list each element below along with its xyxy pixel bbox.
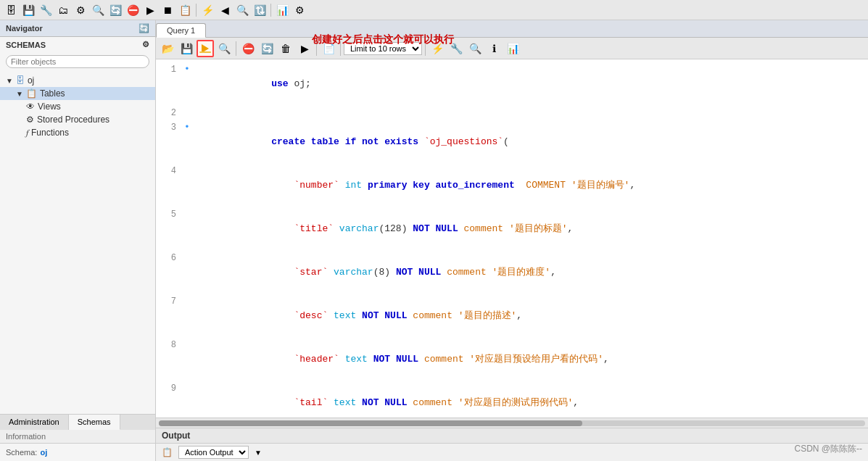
sidebar-tab-bar: Administration Schemas — [0, 415, 155, 430]
schemas-settings-icon[interactable]: ⚙ — [142, 40, 149, 49]
execute-current-icon[interactable]: ▶ — [296, 40, 313, 57]
line-content-7: `desc` text NOT NULL comment '题目的描述', — [192, 294, 868, 338]
tab-administration[interactable]: Administration — [0, 415, 69, 430]
top-icon-4[interactable]: 🗂 — [55, 2, 71, 18]
top-icon-15[interactable]: 🔃 — [252, 2, 268, 18]
schema-val: oj — [40, 448, 47, 457]
output-icon: 📋 — [162, 447, 173, 457]
scroll-track[interactable] — [159, 420, 865, 426]
tree-label-oj: oj — [28, 75, 34, 86]
query-tab-bar: Query 1 — [156, 20, 868, 38]
top-icon-16[interactable]: 📊 — [274, 2, 290, 18]
snippet-icon[interactable]: 📄 — [320, 40, 337, 57]
toolbar-separator — [196, 4, 197, 17]
line-content-4: `number` int primary key auto_increment … — [192, 164, 868, 207]
top-icon-14[interactable]: 🔍 — [234, 2, 250, 18]
line-content-8: `header` text NOT NULL comment '对应题目预设给用… — [192, 338, 868, 381]
tree-item-procedures[interactable]: ⚙ Stored Procedures — [0, 113, 155, 126]
tree-label-views: Views — [38, 101, 61, 112]
code-line-8: 8 `header` text NOT NULL comment '对应题目预设… — [156, 338, 868, 381]
limit-select[interactable]: Limit to 10 rows — [344, 42, 422, 55]
toolbar-sep-2 — [316, 41, 317, 56]
code-line-2: 2 — [156, 106, 868, 120]
top-icon-17[interactable]: ⚙ — [292, 2, 307, 18]
tree-item-oj[interactable]: ▼ 🗄 oj — [0, 74, 155, 87]
save-icon[interactable]: 💾 — [178, 40, 195, 57]
tree-label-procedures: Stored Procedures — [37, 115, 109, 125]
top-icon-8[interactable]: ⛔ — [125, 2, 141, 18]
schemas-label: SCHEMAS ⚙ — [0, 37, 155, 52]
line-num-8: 8 — [156, 338, 182, 352]
line-content-6: `star` varchar(8) NOT NULL comment '题目的难… — [192, 251, 868, 294]
clear-icon[interactable]: 🗑 — [277, 40, 294, 57]
line-num-5: 5 — [156, 207, 182, 222]
code-line-5: 5 `title` varchar(128) NOT NULL comment … — [156, 207, 868, 251]
top-toolbar: 🗄 💾 🔧 🗂 ⚙ 🔍 🔄 ⛔ ▶ ⏹ 📋 ⚡ ◀ 🔍 🔃 📊 ⚙ — [0, 0, 868, 20]
top-icon-5[interactable]: ⚙ — [73, 2, 88, 18]
top-icon-3[interactable]: 🔧 — [38, 2, 54, 18]
view-icon: 👁 — [26, 101, 35, 112]
tab-schemas[interactable]: Schemas — [69, 415, 120, 430]
top-icon-6[interactable]: 🔍 — [90, 2, 106, 18]
navigator-header: Navigator 🔄 — [0, 20, 155, 37]
query-tab-1[interactable]: Query 1 — [156, 23, 206, 38]
function-icon: 𝑓 — [26, 128, 28, 138]
output-toolbar: 📋 Action Output ▼ — [156, 444, 868, 461]
schema-key: Schema: — [6, 448, 37, 457]
top-icon-10[interactable]: ⏹ — [160, 2, 175, 18]
code-line-9: 9 `tail` text NOT NULL comment '对应题目的测试用… — [156, 381, 868, 418]
info-panel: Schema: oj — [0, 444, 155, 461]
svg-rect-1 — [199, 51, 211, 53]
action3-icon[interactable]: 🔍 — [466, 40, 484, 57]
navigator-refresh-icon[interactable]: 🔄 — [139, 23, 149, 33]
top-icon-7[interactable]: 🔄 — [107, 2, 123, 18]
table-icon: 📋 — [26, 88, 37, 99]
reconnect-icon[interactable]: 🔄 — [258, 40, 276, 57]
filter-box — [0, 52, 155, 71]
code-lines: 1 • use oj; 2 3 • — [156, 59, 868, 418]
tree-label-functions: Functions — [31, 128, 69, 138]
navigator-title: Navigator — [6, 24, 43, 33]
output-panel: Output 📋 Action Output ▼ — [156, 428, 868, 461]
execute-icon[interactable] — [197, 40, 214, 57]
line-content-1: use oj; — [192, 62, 868, 106]
output-header: Output — [156, 428, 868, 444]
tree-arrow-oj: ▼ — [6, 77, 13, 85]
top-icon-2[interactable]: 💾 — [20, 2, 36, 18]
top-icon-13[interactable]: ◀ — [217, 2, 233, 18]
filter-input[interactable] — [6, 55, 149, 68]
top-icon-11[interactable]: 📋 — [177, 2, 193, 18]
action-output-select[interactable]: Action Output — [178, 446, 249, 459]
toolbar-sep-4 — [425, 41, 426, 56]
open-file-icon[interactable]: 📂 — [159, 40, 176, 57]
sidebar-bottom: Administration Schemas Information Schem… — [0, 414, 155, 461]
scroll-thumb[interactable] — [159, 420, 582, 426]
content-area: 创建好之后点击这个就可以执行 Query 1 📂 💾 🔍 ⛔ 🔄 — [156, 20, 868, 461]
line-num-1: 1 — [156, 62, 182, 77]
code-editor[interactable]: 1 • use oj; 2 3 • — [156, 59, 868, 418]
top-icon-9[interactable]: ▶ — [142, 2, 158, 18]
action5-icon[interactable]: 📊 — [504, 40, 521, 57]
explain-icon[interactable]: 🔍 — [215, 40, 233, 57]
line-content-3: create table if not exists `oj_questions… — [192, 120, 868, 164]
code-line-7: 7 `desc` text NOT NULL comment '题目的描述', — [156, 294, 868, 338]
tree-item-functions[interactable]: 𝑓 Functions — [0, 126, 155, 139]
tree-item-views[interactable]: 👁 Views — [0, 100, 155, 113]
top-icon-1[interactable]: 🗄 — [3, 2, 19, 18]
top-icon-12[interactable]: ⚡ — [199, 2, 215, 18]
toolbar-sep-3 — [340, 41, 341, 56]
db-icon: 🗄 — [16, 75, 25, 86]
horizontal-scrollbar[interactable] — [156, 418, 868, 428]
output-dropdown-arrow[interactable]: ▼ — [255, 449, 262, 457]
toolbar-separator-2 — [270, 4, 271, 17]
tree-arrow-tables: ▼ — [16, 90, 23, 98]
action1-icon[interactable]: ⚡ — [429, 40, 446, 57]
stop-icon[interactable]: ⛔ — [239, 40, 257, 57]
code-line-4: 4 `number` int primary key auto_incremen… — [156, 164, 868, 207]
action2-icon[interactable]: 🔧 — [447, 40, 465, 57]
toolbar-sep-1 — [236, 41, 236, 56]
action4-icon[interactable]: ℹ — [485, 40, 503, 57]
line-num-4: 4 — [156, 164, 182, 178]
tree-item-tables[interactable]: ▼ 📋 Tables — [0, 87, 155, 100]
code-line-6: 6 `star` varchar(8) NOT NULL comment '题目… — [156, 251, 868, 294]
